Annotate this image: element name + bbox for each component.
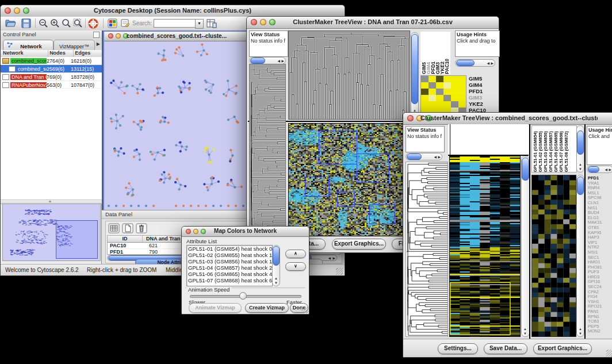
close-icon[interactable] (407, 115, 414, 121)
annotation-icon[interactable] (120, 18, 130, 28)
move-down-button[interactable]: ∨ (285, 262, 306, 271)
close-icon[interactable] (108, 33, 113, 39)
attribute-list-item[interactable]: GPL51-01 (GSM854) heat shock 05 min (187, 246, 272, 252)
matrix-cell[interactable] (436, 95, 443, 101)
float-panel-icon[interactable] (93, 32, 100, 38)
move-up-button[interactable]: ∧ (285, 250, 306, 258)
close-icon[interactable] (251, 19, 257, 25)
tv2-usage-hscrollbar[interactable]: ◀▶ (587, 166, 612, 173)
matrix-cell[interactable] (421, 89, 429, 95)
tv2-heatmap-vscrollbar[interactable]: ▲▼ (521, 156, 530, 337)
tv2-collabels-vscrollbar[interactable]: ▲▼ (576, 125, 584, 173)
matrix-cell[interactable] (443, 95, 451, 101)
zoom-fit-icon[interactable] (73, 18, 83, 28)
attribute-list[interactable]: GPL51-01 (GSM854) heat shock 05 minGPL51… (186, 245, 273, 286)
tv1-dendrogram-vscrollbar[interactable]: ▲▼ (411, 32, 419, 118)
new-document-icon[interactable] (122, 223, 133, 233)
network-view-canvas[interactable] (104, 41, 247, 209)
tv1-row-dendrogram[interactable] (249, 64, 286, 236)
resize-grip[interactable] (336, 268, 343, 275)
attribute-list-item[interactable]: GPL51-07 (GSM868) heat shock 60 min (187, 277, 272, 283)
matrix-cell[interactable] (458, 89, 466, 95)
col-edges[interactable]: Edges (74, 50, 102, 57)
tab-network[interactable]: Network (3, 40, 53, 51)
matrix-cell[interactable] (451, 82, 458, 89)
network-frame-1[interactable]: combined_scores_good.txt--cluste... (103, 30, 250, 210)
matrix-cell[interactable] (443, 101, 451, 108)
export-graphics-button[interactable]: Export Graphics... (332, 239, 386, 250)
tv1-column-dendrogram[interactable] (288, 30, 410, 120)
tab-overflow-arrow[interactable]: ▶ (97, 41, 100, 47)
save-data-button[interactable]: Save Data... (484, 343, 527, 354)
matrix-cell[interactable] (458, 95, 466, 101)
network-list-item[interactable]: DNA and Tran 07769(0)183728(0) (1, 73, 102, 81)
tv1-title-bar[interactable]: ClusterMaker TreeView : DNA and Tran 07-… (247, 17, 499, 29)
col-network[interactable]: Network (1, 50, 48, 57)
tab-vizmapper[interactable]: VizMapper™ (53, 40, 95, 51)
tv2-heatmap[interactable] (449, 156, 521, 337)
minimize-icon[interactable] (116, 33, 121, 39)
birdseye-view[interactable] (2, 204, 101, 261)
open-icon[interactable] (5, 18, 16, 28)
resize-grip[interactable] (606, 350, 612, 357)
zoom-out-icon[interactable] (39, 18, 48, 28)
search-input[interactable] (154, 19, 196, 28)
attribute-list-vscrollbar[interactable]: ▲▼ (272, 245, 280, 286)
tv1-heatmap[interactable] (288, 123, 410, 236)
matrix-cell[interactable] (443, 76, 451, 82)
zoom-in-icon[interactable] (50, 18, 60, 28)
vizmapper-icon[interactable] (108, 18, 117, 28)
table-icon[interactable] (108, 223, 120, 233)
tv2-status-hscrollbar[interactable]: ◀▶ (406, 153, 442, 160)
trash-icon[interactable] (136, 223, 147, 233)
attribute-list-item[interactable]: GPL51-06 (GSM865) heat shock 40 min (187, 271, 272, 277)
attribute-list-item[interactable]: GPL51-04 (GSM857) heat shock 20 min (187, 265, 272, 271)
matrix-cell[interactable] (421, 76, 429, 82)
tv1-usage-hscrollbar[interactable]: ◀▶ (455, 59, 495, 67)
network-list-item[interactable]: combined_scores2764(0)16218(0) (1, 57, 102, 65)
matrix-cell[interactable] (429, 95, 436, 101)
matrix-cell[interactable] (458, 82, 466, 89)
tv2-zoom-heatmap[interactable] (531, 175, 576, 337)
matrix-cell[interactable] (429, 89, 436, 95)
data-col-id[interactable]: ID (108, 236, 143, 242)
matrix-cell[interactable] (421, 95, 429, 101)
matrix-cell[interactable] (443, 82, 451, 89)
tv2-row-dendrogram[interactable] (406, 162, 448, 337)
animation-slider-thumb[interactable] (239, 292, 247, 300)
matrix-cell[interactable] (451, 89, 458, 95)
matrix-cell[interactable] (458, 101, 466, 108)
dialog-title-bar[interactable]: Map Colors to Network (182, 227, 309, 237)
animate-vizmap-button[interactable]: Animate Vizmap (189, 303, 242, 313)
matrix-cell[interactable] (451, 76, 458, 82)
tv1-zoom-matrix[interactable] (420, 75, 466, 114)
save-icon[interactable] (21, 18, 31, 28)
zoom-selected-icon[interactable] (62, 18, 71, 28)
matrix-cell[interactable] (458, 76, 466, 82)
attribute-list-item[interactable]: GPL51-02 (GSM855) heat shock 10 min (187, 252, 272, 258)
tv2-title-bar[interactable]: ClusterMaker TreeView : combined_scores_… (403, 113, 612, 125)
minimize-icon[interactable] (193, 229, 198, 234)
matrix-cell[interactable] (436, 89, 443, 95)
close-icon[interactable] (186, 229, 191, 234)
network-list-item[interactable]: combined_sco2569(6)13112(15) (1, 65, 102, 73)
matrix-cell[interactable] (436, 82, 443, 89)
resize-grip[interactable] (301, 306, 308, 313)
main-title-bar[interactable]: Cytoscape Desktop (Session Name: collins… (1, 5, 345, 17)
create-vizmap-button[interactable]: Create Vizmap (245, 303, 289, 313)
close-icon[interactable] (5, 7, 11, 14)
attribute-browser-icon[interactable] (206, 18, 217, 28)
matrix-cell[interactable] (443, 89, 451, 95)
matrix-cell[interactable] (451, 101, 458, 108)
matrix-cell[interactable] (429, 82, 436, 89)
matrix-cell[interactable] (436, 76, 443, 82)
matrix-cell[interactable] (451, 95, 458, 101)
settings-button[interactable]: Settings... (438, 343, 478, 354)
matrix-cell[interactable] (429, 76, 436, 82)
help-lifering-icon[interactable] (88, 18, 98, 29)
export-graphics-button[interactable]: Export Graphics... (533, 343, 592, 354)
tv2-zoom-vscrollbar[interactable]: ▲▼ (576, 175, 584, 337)
col-nodes[interactable]: Nodes (48, 50, 74, 57)
matrix-cell[interactable] (421, 82, 429, 89)
matrix-cell[interactable] (421, 101, 429, 108)
